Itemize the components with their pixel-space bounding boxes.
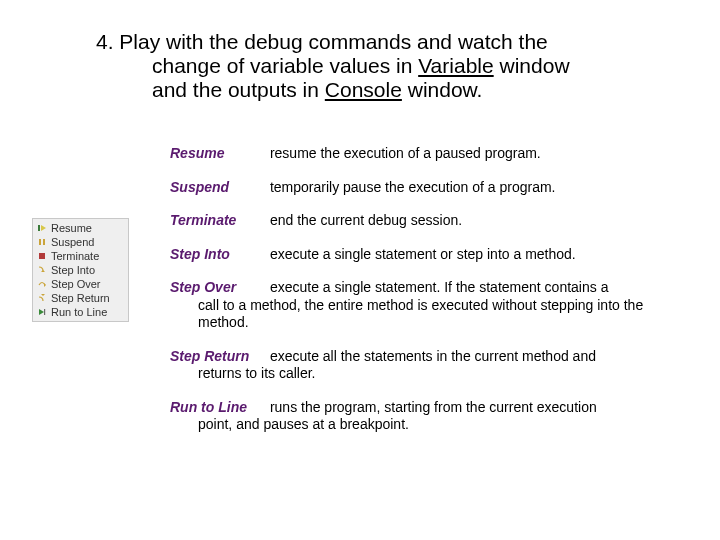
svg-marker-6: [44, 283, 46, 287]
menu-label: Resume: [51, 222, 92, 234]
definition-suspend: Suspend temporarily pause the execution …: [170, 179, 680, 197]
heading-variable-word: Variable: [418, 54, 494, 77]
definition-resume: Resume resume the execution of a paused …: [170, 145, 680, 163]
menu-item-run-to-line[interactable]: Run to Line: [33, 305, 128, 319]
svg-rect-3: [43, 239, 45, 245]
definition-step-over: Step Over execute a single statement. If…: [170, 279, 680, 332]
menu-label: Step Over: [51, 278, 101, 290]
run-to-line-icon: [37, 307, 47, 317]
menu-label: Step Return: [51, 292, 110, 304]
heading-line2b: window: [494, 54, 570, 77]
resume-icon: [37, 223, 47, 233]
svg-marker-7: [41, 294, 45, 296]
heading-line3a: and the outputs in: [152, 78, 325, 101]
suspend-icon: [37, 237, 47, 247]
def-desc: temporarily pause the execution of a pro…: [270, 179, 556, 195]
svg-rect-4: [39, 253, 45, 259]
menu-label: Terminate: [51, 250, 99, 262]
menu-label: Run to Line: [51, 306, 107, 318]
def-desc-cont: point, and pauses at a breakpoint.: [198, 416, 680, 434]
def-desc-start: execute a single statement. If the state…: [270, 279, 609, 295]
menu-item-step-over[interactable]: Step Over: [33, 277, 128, 291]
terminate-icon: [37, 251, 47, 261]
svg-rect-9: [44, 309, 45, 315]
definition-step-into: Step Into execute a single statement or …: [170, 246, 680, 264]
heading-console-word: Console: [325, 78, 402, 101]
menu-label: Suspend: [51, 236, 94, 248]
menu-item-terminate[interactable]: Terminate: [33, 249, 128, 263]
debug-context-menu: Resume Suspend Terminate Step Into Step …: [32, 218, 129, 322]
def-term: Step Over: [170, 279, 258, 297]
svg-marker-5: [41, 270, 45, 272]
def-desc-cont: returns to its caller.: [198, 365, 680, 383]
heading-line2a: change of variable values in: [152, 54, 418, 77]
heading-line1: 4. Play with the debug commands and watc…: [96, 30, 548, 53]
def-desc-start: runs the program, starting from the curr…: [270, 399, 597, 415]
def-term: Run to Line: [170, 399, 258, 417]
def-term: Step Return: [170, 348, 258, 366]
def-desc: resume the execution of a paused program…: [270, 145, 541, 161]
definition-run-to-line: Run to Line runs the program, starting f…: [170, 399, 680, 434]
svg-marker-8: [39, 309, 44, 315]
step-over-icon: [37, 279, 47, 289]
menu-item-suspend[interactable]: Suspend: [33, 235, 128, 249]
step-return-icon: [37, 293, 47, 303]
svg-rect-2: [39, 239, 41, 245]
instruction-heading: 4. Play with the debug commands and watc…: [96, 30, 656, 102]
def-term: Suspend: [170, 179, 258, 197]
def-desc: execute a single statement or step into …: [270, 246, 576, 262]
def-term: Step Into: [170, 246, 258, 264]
menu-item-step-return[interactable]: Step Return: [33, 291, 128, 305]
svg-marker-1: [41, 225, 46, 231]
definitions-list: Resume resume the execution of a paused …: [170, 145, 680, 450]
menu-item-resume[interactable]: Resume: [33, 221, 128, 235]
def-desc-cont: call to a method, the entire method is e…: [198, 297, 680, 332]
menu-item-step-into[interactable]: Step Into: [33, 263, 128, 277]
def-term: Resume: [170, 145, 258, 163]
step-into-icon: [37, 265, 47, 275]
menu-label: Step Into: [51, 264, 95, 276]
svg-rect-0: [38, 225, 40, 231]
def-term: Terminate: [170, 212, 258, 230]
definition-step-return: Step Return execute all the statements i…: [170, 348, 680, 383]
def-desc-start: execute all the statements in the curren…: [270, 348, 596, 364]
definition-terminate: Terminate end the current debug session.: [170, 212, 680, 230]
heading-line3b: window.: [402, 78, 483, 101]
def-desc: end the current debug session.: [270, 212, 462, 228]
